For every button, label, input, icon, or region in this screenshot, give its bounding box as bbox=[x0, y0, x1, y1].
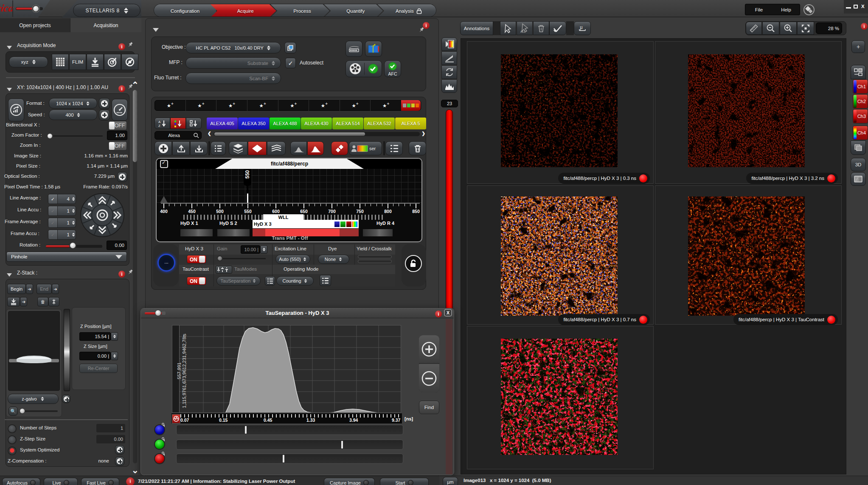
svg-text:ALL: ALL bbox=[520, 30, 526, 33]
svg-text:µ: µ bbox=[580, 24, 583, 30]
svg-text:Z: Z bbox=[158, 124, 160, 127]
svg-text:A: A bbox=[158, 120, 161, 124]
